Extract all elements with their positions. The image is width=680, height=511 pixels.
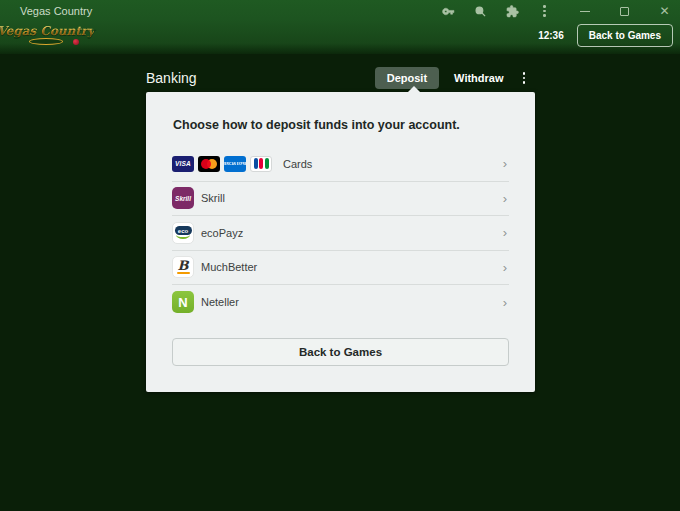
search-icon[interactable] <box>473 4 488 19</box>
caret-up <box>407 86 421 93</box>
chevron-right-icon: › <box>503 261 507 274</box>
chevron-right-icon: › <box>503 192 507 205</box>
chevron-right-icon: › <box>503 226 507 239</box>
payment-method-label: Neteller <box>201 296 239 308</box>
muchbetter-icon: B <box>172 256 194 278</box>
payment-method-label: ecoPayz <box>201 227 243 239</box>
window-header: Vegas Country ✕ Vegas Country 12:36 Back… <box>0 0 680 54</box>
payment-method-row-muchbetter[interactable]: B MuchBetter › <box>172 251 509 286</box>
header-back-to-games-button[interactable]: Back to Games <box>577 24 673 47</box>
vegas-country-logo: Vegas Country <box>7 25 85 45</box>
key-icon[interactable] <box>441 4 456 19</box>
payment-method-row-ecopayz[interactable]: eco ecoPayz › <box>172 216 509 251</box>
title-bar: Vegas Country ✕ <box>0 0 680 22</box>
payment-method-row-cards[interactable]: VISA AMERICAN EXPRESS Cards › <box>172 147 509 182</box>
modal-back-to-games-button[interactable]: Back to Games <box>172 338 509 366</box>
tab-withdraw[interactable]: Withdraw <box>454 72 503 84</box>
payment-method-label: MuchBetter <box>201 261 257 273</box>
skrill-icon: Skrill <box>172 187 194 209</box>
logo-banner <box>29 38 63 45</box>
banking-menu-kebab-icon[interactable] <box>523 72 526 84</box>
visa-card-icon: VISA <box>172 156 194 172</box>
clock-time: 12:36 <box>538 30 564 41</box>
payment-method-row-neteller[interactable]: N Neteller › <box>172 285 509 320</box>
logo-rose-icon <box>73 39 79 45</box>
extensions-icon[interactable] <box>505 4 520 19</box>
page-title: Banking <box>146 70 197 86</box>
main-content: Banking Deposit Withdraw Choose how to d… <box>0 54 680 511</box>
browser-menu-kebab-icon[interactable] <box>537 4 552 19</box>
modal-title: Choose how to deposit funds into your ac… <box>173 118 509 132</box>
chevron-right-icon: › <box>503 157 507 170</box>
minimize-icon[interactable] <box>577 4 592 19</box>
payment-method-label: Skrill <box>201 192 225 204</box>
window-title: Vegas Country <box>20 5 92 17</box>
close-icon[interactable]: ✕ <box>657 4 672 19</box>
amex-card-icon: AMERICAN EXPRESS <box>224 156 246 172</box>
banking-toolbar: Banking Deposit Withdraw <box>146 66 535 90</box>
mastercard-icon <box>198 156 220 172</box>
payment-method-label: Cards <box>283 158 312 170</box>
logo-text: Vegas Country <box>0 25 94 37</box>
chevron-right-icon: › <box>503 296 507 309</box>
deposit-modal: Choose how to deposit funds into your ac… <box>146 92 535 392</box>
neteller-icon: N <box>172 291 194 313</box>
payment-method-row-skrill[interactable]: Skrill Skrill › <box>172 182 509 217</box>
maximize-icon[interactable] <box>617 4 632 19</box>
jcb-card-icon <box>250 156 272 172</box>
app-header-bar: Vegas Country 12:36 Back to Games <box>0 22 680 52</box>
ecopayz-icon: eco <box>172 222 194 244</box>
